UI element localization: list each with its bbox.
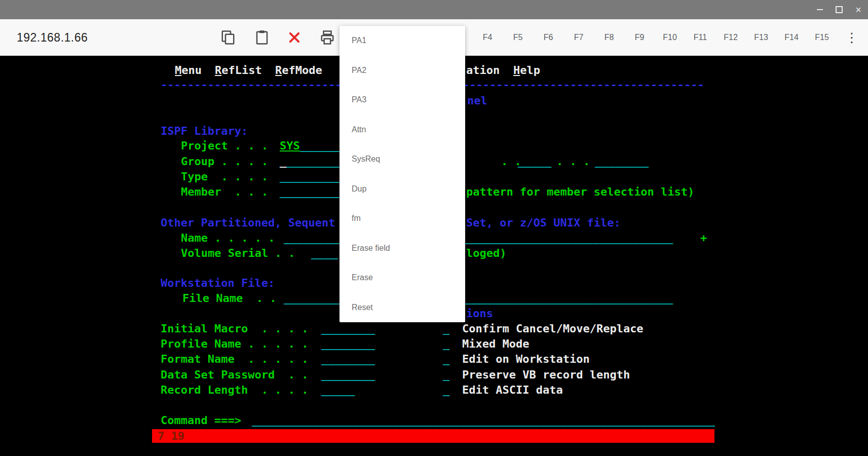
fkey-f15[interactable]: F15 [807, 19, 837, 56]
menubar-item-workstation-fragment[interactable]: ation [466, 63, 500, 78]
restore-icon [836, 6, 843, 13]
profile-name-label: Profile Name . . . . . [161, 336, 308, 352]
menu-item-fm[interactable]: fm [339, 204, 465, 234]
status-bar: 7 19 [152, 429, 714, 443]
fkey-f8[interactable]: F8 [594, 19, 624, 56]
record-length-field[interactable]: _____ [321, 383, 355, 398]
maximize-button[interactable] [835, 5, 844, 14]
member-hint-fragment: pattern for member selection list) [466, 184, 694, 200]
project-field[interactable]: ______ [300, 138, 340, 154]
confirm-cancel-text: Confirm Cancel/Move/Replace [462, 321, 644, 336]
file-name-label: File Name . . [182, 291, 276, 306]
print-icon [320, 30, 335, 45]
edit-ascii-checkbox[interactable]: _ [443, 383, 449, 398]
screen: { "colors": { "titlebar_gray": "#7a7a7a"… [0, 0, 868, 456]
preserve-vb-text: Preserve VB record length [462, 367, 630, 383]
volume-serial-label: Volume Serial . . [181, 246, 295, 261]
kebab-menu-icon: ⋮ [845, 30, 858, 46]
name-label: Name . . . . . [181, 231, 275, 246]
menubar-item-help[interactable]: Help [513, 63, 540, 78]
fkey-f6[interactable]: F6 [533, 19, 563, 56]
close-icon: × [855, 5, 861, 14]
paste-button[interactable] [250, 19, 274, 56]
keypad-dropdown-menu: PA1 PA2 PA3 Attn SysReq Dup fm Erase fie… [339, 26, 465, 322]
name-field-more-indicator: + [700, 231, 707, 246]
fkey-f14[interactable]: F14 [776, 19, 807, 56]
disconnect-button[interactable] [283, 19, 306, 56]
menu-item-sysreq[interactable]: SysReq [339, 144, 465, 174]
initial-macro-field[interactable]: ________ [321, 321, 375, 336]
menubar-item-refmode[interactable]: RefMode [275, 63, 322, 78]
menubar-item-menu[interactable]: Menu [175, 63, 202, 78]
fkey-f11[interactable]: F11 [685, 19, 715, 56]
fkey-f5[interactable]: F5 [503, 19, 533, 56]
menu-item-pa1[interactable]: PA1 [339, 26, 465, 56]
menu-item-pa3[interactable]: PA3 [339, 85, 465, 115]
panel-title-fragment: nel [467, 93, 487, 108]
options-header-fragment: ions [466, 306, 493, 321]
print-button[interactable] [316, 19, 339, 56]
format-name-field[interactable]: ________ [321, 352, 375, 367]
dataset-password-label: Data Set Password . . [161, 367, 308, 383]
group-field-3[interactable]: ________ [595, 154, 649, 169]
section-ispf-library: ISPF Library: [161, 124, 248, 139]
dataset-password-field[interactable]: ________ [321, 367, 375, 383]
group-field-1[interactable]: _________ [280, 154, 340, 169]
fkey-f9[interactable]: F9 [624, 19, 655, 56]
menubar-item-reflist[interactable]: RefList [215, 63, 262, 78]
close-session-icon [287, 30, 301, 45]
paste-icon [254, 30, 270, 45]
menu-item-attn[interactable]: Attn [339, 115, 465, 145]
section-workstation-file: Workstation File: [161, 276, 275, 291]
type-field[interactable]: _________ [280, 169, 340, 184]
volume-hint-fragment: loged) [466, 246, 506, 261]
profile-name-field[interactable]: ________ [321, 336, 375, 352]
mixed-mode-text: Mixed Mode [462, 336, 529, 352]
fkey-f4[interactable]: F4 [472, 19, 503, 56]
window-controls: × [815, 0, 863, 19]
mixed-mode-checkbox[interactable]: _ [443, 336, 449, 352]
command-label: Command ===> [161, 413, 241, 428]
menu-item-erase-field[interactable]: Erase field [339, 234, 465, 263]
volume-serial-field[interactable]: ____ [311, 246, 338, 261]
project-input[interactable]: SYS [280, 138, 300, 154]
function-key-bar: F4 F5 F6 F7 F8 F9 F10 F11 F12 F13 F14 F1… [472, 19, 837, 56]
fkey-f7[interactable]: F7 [563, 19, 594, 56]
initial-macro-label: Initial Macro . . . . [161, 321, 308, 336]
command-input[interactable]: ________________________________________… [252, 413, 715, 428]
section-other-dataset-right: Set, or z/OS UNIX file: [466, 215, 621, 231]
fkey-f13[interactable]: F13 [746, 19, 776, 56]
group-field-2[interactable]: _____ [518, 154, 551, 169]
fkey-f12[interactable]: F12 [715, 19, 746, 56]
project-label: Project . . . [181, 138, 268, 154]
confirm-cancel-checkbox[interactable]: _ [443, 321, 449, 336]
window-titlebar: × [0, 0, 868, 19]
edit-workstation-checkbox[interactable]: _ [443, 352, 449, 367]
member-field[interactable]: _________ [280, 184, 340, 200]
preserve-vb-checkbox[interactable]: _ [443, 367, 449, 383]
edit-workstation-text: Edit on Workstation [462, 352, 590, 367]
format-name-label: Format Name . . . . . [161, 352, 308, 367]
type-label: Type . . . . [181, 169, 268, 184]
terminal-cursor: _ [280, 154, 286, 169]
fkey-f10[interactable]: F10 [655, 19, 685, 56]
group-separator-2: . . . [556, 154, 590, 169]
menu-item-erase[interactable]: Erase [339, 263, 465, 293]
overflow-menu-button[interactable]: ⋮ [841, 19, 862, 56]
copy-icon [220, 30, 236, 45]
menu-item-reset[interactable]: Reset [339, 293, 465, 323]
section-other-dataset-left: Other Partitioned, Sequent [161, 215, 335, 231]
minimize-button[interactable] [815, 5, 824, 14]
close-window-button[interactable]: × [854, 5, 863, 14]
copy-button[interactable] [216, 19, 240, 56]
minimize-icon [817, 9, 823, 10]
member-label: Member . . . [181, 184, 268, 200]
menu-item-dup[interactable]: Dup [339, 174, 465, 204]
group-label: Group . . . . [181, 154, 268, 169]
menu-item-pa2[interactable]: PA2 [339, 56, 465, 86]
cursor-position: 7 19 [158, 429, 184, 443]
host-address: 192.168.1.66 [17, 19, 88, 56]
record-length-label: Record Length . . . . [161, 383, 308, 398]
edit-ascii-text: Edit ASCII data [462, 383, 563, 398]
